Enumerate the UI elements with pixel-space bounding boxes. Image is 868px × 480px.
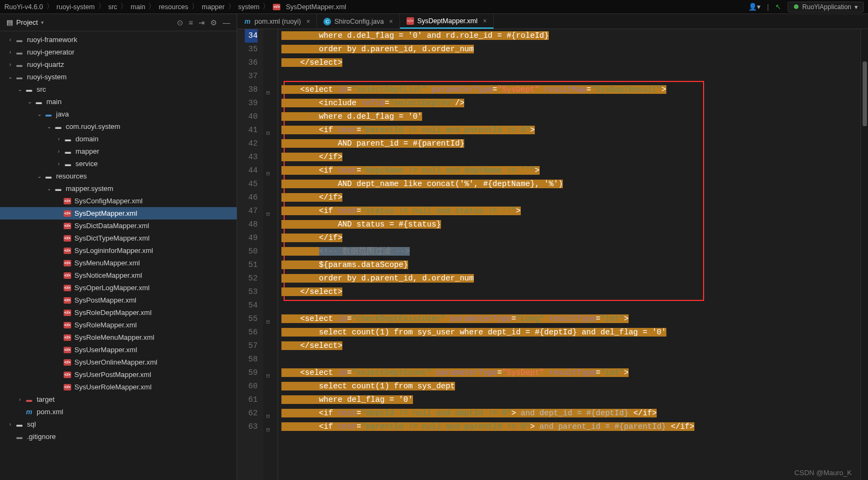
- tree-item[interactable]: ▬java: [0, 108, 237, 120]
- tree-item[interactable]: </>SysPostMapper.xml: [0, 294, 237, 306]
- tree-item[interactable]: </>SysUserMapper.xml: [0, 344, 237, 356]
- fold-handle[interactable]: ⊟: [266, 410, 270, 423]
- line-number[interactable]: 51: [245, 258, 258, 272]
- tree-item[interactable]: </>SysDictTypeMapper.xml: [0, 232, 237, 244]
- breadcrumb-segment[interactable]: SysDeptMapper.xml: [286, 3, 346, 11]
- line-number[interactable]: 36: [245, 56, 258, 70]
- tree-expand-arrow[interactable]: [55, 161, 63, 167]
- tree-item[interactable]: </>SysRoleMenuMapper.xml: [0, 331, 237, 344]
- code-line[interactable]: select count(1) from sys_user where dept…: [281, 326, 860, 339]
- fold-handle[interactable]: ⊟: [266, 86, 270, 100]
- tree-item[interactable]: </>SysRoleMapper.xml: [0, 319, 237, 331]
- line-number[interactable]: 59←: [245, 366, 258, 380]
- fold-handle[interactable]: ⊟: [266, 127, 270, 140]
- dropdown-arrow-icon[interactable]: ▾: [41, 19, 44, 25]
- editor-tabs[interactable]: mpom.xml (ruoyi)×CShiroConfig.java×</>Sy…: [237, 14, 868, 29]
- gear-icon[interactable]: ⚙: [210, 18, 217, 27]
- tree-expand-arrow[interactable]: [16, 396, 24, 402]
- line-number-gutter[interactable]: 3435363738←39404142434445464748495051525…: [237, 29, 263, 480]
- code-line[interactable]: AND parent_id = #{parentId}: [281, 137, 860, 150]
- tree-item[interactable]: </>SysMenuMapper.xml: [0, 257, 237, 269]
- tree-expand-arrow[interactable]: [55, 148, 63, 154]
- tree-item[interactable]: </>SysDictDataMapper.xml: [0, 220, 237, 232]
- line-number[interactable]: 57: [245, 339, 258, 353]
- code-line[interactable]: [281, 70, 860, 83]
- vertical-scrollbar[interactable]: [860, 29, 868, 480]
- fold-handle[interactable]: ⊟: [266, 208, 270, 221]
- tree-expand-arrow[interactable]: [6, 61, 14, 67]
- tree-item[interactable]: ▬.gitignore: [0, 430, 237, 443]
- line-number[interactable]: 49: [245, 231, 258, 245]
- breadcrumb-segment[interactable]: ruoyi-system: [57, 3, 95, 11]
- fold-handle[interactable]: ⊟: [266, 316, 270, 329]
- tree-item[interactable]: </>SysLogininforMapper.xml: [0, 244, 237, 257]
- tree-expand-arrow[interactable]: [26, 99, 33, 105]
- breadcrumb-segment[interactable]: main: [130, 3, 145, 11]
- fold-handle[interactable]: ⊟: [266, 369, 270, 383]
- breadcrumb-segment[interactable]: src: [108, 3, 118, 11]
- project-tree[interactable]: ▬ruoyi-framework▬ruoyi-generator▬ruoyi-q…: [0, 31, 237, 480]
- code-line[interactable]: where d.del_flag = '0': [281, 110, 860, 124]
- line-number[interactable]: 55←: [245, 312, 258, 326]
- build-hammer-icon[interactable]: ↖: [775, 3, 781, 11]
- code-line[interactable]: </select>: [281, 56, 860, 70]
- tree-item[interactable]: </>SysRoleDeptMapper.xml: [0, 306, 237, 319]
- collapse-icon[interactable]: ⇥: [198, 18, 205, 27]
- line-number[interactable]: 56: [245, 326, 258, 339]
- code-line[interactable]: <select id="selectDeptList" parameterTyp…: [281, 83, 860, 97]
- tree-item[interactable]: ▬domain: [0, 133, 237, 145]
- breadcrumb[interactable]: RuoYi-v4.6.0〉ruoyi-system〉src〉main〉resou…: [4, 2, 346, 11]
- line-number[interactable]: 61: [245, 393, 258, 407]
- tree-expand-arrow[interactable]: [45, 124, 53, 129]
- tree-item[interactable]: </>SysUserRoleMapper.xml: [0, 381, 237, 393]
- code-line[interactable]: <select id="selectDeptCount" parameterTy…: [281, 366, 860, 380]
- tree-item[interactable]: </>SysUserOnlineMapper.xml: [0, 356, 237, 368]
- tree-item[interactable]: ▬mapper.system: [0, 182, 237, 195]
- project-tool-header[interactable]: ▤ Project ▾ ⊙ ≡ ⇥ ⚙ —: [0, 14, 237, 31]
- line-number[interactable]: 44: [245, 164, 258, 177]
- line-number[interactable]: 38←: [245, 83, 258, 97]
- line-number[interactable]: 62: [245, 407, 258, 420]
- tree-item[interactable]: </>SysOperLogMapper.xml: [0, 282, 237, 294]
- tree-expand-arrow[interactable]: [36, 173, 43, 179]
- code-line[interactable]: ${params.dataScope}: [281, 258, 860, 272]
- code-line[interactable]: <select id="checkDeptExistUser" paramete…: [281, 312, 860, 326]
- scrollbar-thumb[interactable]: [863, 61, 867, 126]
- code-line[interactable]: order by d.parent_id, d.order_num: [281, 272, 860, 285]
- line-number[interactable]: 54: [245, 299, 258, 312]
- tree-item[interactable]: ▬target: [0, 393, 237, 406]
- code-line[interactable]: </if>: [281, 191, 860, 204]
- code-line[interactable]: AND status = #{status}: [281, 218, 860, 231]
- tree-item[interactable]: ▬ruoyi-quartz: [0, 58, 237, 71]
- tree-item[interactable]: ▬service: [0, 157, 237, 170]
- code-line[interactable]: <if test="parentId != null and parentId …: [281, 420, 860, 434]
- code-line[interactable]: order by d.parent_id, d.order_num: [281, 43, 860, 56]
- line-number[interactable]: 47: [245, 204, 258, 218]
- tree-item[interactable]: ▬src: [0, 83, 237, 95]
- line-number[interactable]: 35: [245, 43, 258, 56]
- tree-item[interactable]: ▬mapper: [0, 145, 237, 157]
- tree-item[interactable]: </>SysNoticeMapper.xml: [0, 269, 237, 282]
- editor-tab[interactable]: mpom.xml (ruoyi)×: [237, 14, 317, 29]
- code-line[interactable]: <if test="parentId != null and parentId …: [281, 124, 860, 137]
- code-content[interactable]: where d.del_flag = '0' and rd.role_id = …: [278, 29, 860, 480]
- line-number[interactable]: 42: [245, 137, 258, 150]
- code-editor[interactable]: 3435363738←39404142434445464748495051525…: [237, 29, 868, 480]
- tree-item[interactable]: ▬ruoyi-system: [0, 71, 237, 83]
- code-line[interactable]: </select>: [281, 285, 860, 299]
- line-number[interactable]: 63: [245, 420, 258, 434]
- fold-handle[interactable]: ⊟: [266, 423, 270, 437]
- code-line[interactable]: where del_flag = '0': [281, 393, 860, 407]
- breadcrumb-segment[interactable]: system: [238, 3, 260, 11]
- expand-icon[interactable]: ≡: [189, 18, 193, 27]
- tree-item[interactable]: ▬ruoyi-framework: [0, 33, 237, 46]
- code-line[interactable]: </if>: [281, 231, 860, 245]
- line-number[interactable]: 37: [245, 70, 258, 83]
- line-number[interactable]: 34: [245, 29, 258, 43]
- code-line[interactable]: <include refid="selectDeptVo"/>: [281, 97, 860, 110]
- code-line[interactable]: </select>: [281, 339, 860, 353]
- line-number[interactable]: 60: [245, 380, 258, 393]
- code-line[interactable]: <if test="status != null and status != '…: [281, 204, 860, 218]
- hide-icon[interactable]: —: [223, 18, 230, 27]
- line-number[interactable]: 40: [245, 110, 258, 124]
